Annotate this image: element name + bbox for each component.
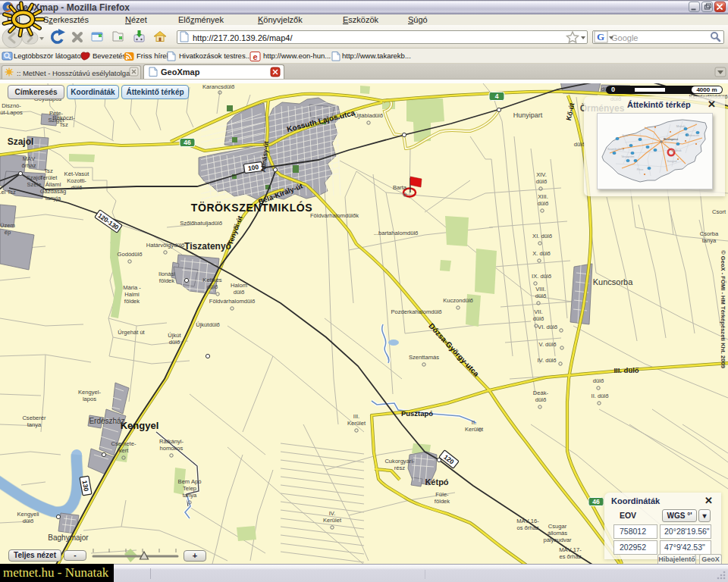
svg-text:Szeged: Szeged	[667, 160, 677, 163]
svg-text:Cukorgyári-: Cukorgyári-	[384, 458, 415, 465]
svg-text:Kerület: Kerület	[347, 420, 366, 427]
svg-text:Kengyel-: Kengyel-	[78, 389, 101, 396]
svg-text:100: 100	[247, 163, 259, 172]
svg-text:dülő: dülő	[207, 283, 218, 290]
svg-text:VI. dülő: VI. dülő	[538, 324, 557, 330]
svg-text:Újtábladülő: Újtábladülő	[354, 112, 383, 119]
svg-text:Pécs: Pécs	[637, 168, 644, 171]
svg-text:Szőlőhatuljadülő: Szőlőhatuljadülő	[180, 220, 222, 227]
svg-text:Csemete-: Csemete-	[111, 440, 136, 447]
svg-text:Kerület: Kerület	[323, 517, 342, 524]
svg-text:Baghymajor: Baghymajor	[48, 534, 89, 542]
svg-text:MÁV: MÁV	[23, 155, 36, 162]
svg-text:dülő: dülő	[535, 396, 546, 403]
svg-text:Halom: Halom	[231, 282, 247, 289]
svg-text:Hunyipart: Hunyipart	[513, 111, 543, 119]
svg-text:Terület: Terület	[40, 174, 58, 181]
svg-text:Tiszatenyő: Tiszatenyő	[184, 241, 231, 252]
svg-text:Kuncsorba: Kuncsorba	[593, 277, 633, 286]
svg-text:dülő: dülő	[169, 339, 180, 346]
svg-text:Kengyeli: Kengyeli	[17, 511, 39, 518]
svg-text:dülő: dülő	[71, 184, 82, 191]
svg-text:XI. dülő: XI. dülő	[532, 233, 552, 239]
svg-text:dülő: dülő	[538, 200, 548, 207]
svg-text:Ilonási: Ilonási	[158, 271, 175, 277]
svg-text:46: 46	[184, 139, 191, 146]
svg-text:Rákóczi-: Rákóczi-	[52, 114, 75, 121]
svg-text:Füle-: Füle-	[435, 491, 449, 498]
svg-text:Cseberér: Cseberér	[22, 415, 46, 421]
svg-text:Karancsdülő: Karancsdülő	[202, 83, 234, 90]
svg-text:Kengyel: Kengyel	[121, 420, 159, 431]
svg-text:X. dülő: X. dülő	[532, 250, 551, 257]
svg-text:© GeoX - FÖMI - HM Térképészet: © GeoX - FÖMI - HM Térképészeti Kht. 200…	[720, 250, 726, 368]
svg-text:Újkútdülő: Újkútdülő	[196, 321, 220, 328]
svg-text:os őrház: os őrház	[516, 524, 538, 531]
svg-text:ép: ép	[5, 229, 11, 236]
svg-text:Telep: Telep	[183, 485, 196, 492]
svg-text:Csort: Csort	[712, 208, 726, 215]
svg-text:VIII.: VIII.	[535, 286, 546, 293]
svg-text:Szajol: Szajol	[8, 136, 34, 147]
svg-text:...bartahalomdülő: ...bartahalomdülő	[374, 230, 419, 236]
svg-text:Csugar: Csugar	[548, 523, 567, 530]
svg-text:Kuczondülő: Kuczondülő	[443, 297, 473, 304]
svg-text:földek: földek	[124, 298, 140, 305]
svg-text:dülő: dülő	[535, 293, 546, 299]
svg-text:Deák-: Deák-	[533, 390, 549, 396]
svg-text:Godódülő: Godódülő	[118, 251, 143, 258]
svg-text:dülő: dülő	[23, 518, 33, 524]
svg-text:állomás: állomás	[548, 530, 567, 537]
svg-text:es őrház: es őrház	[559, 553, 581, 560]
svg-text:4: 4	[495, 92, 499, 100]
svg-text:e: e	[253, 52, 257, 61]
svg-text:III. dülő: III. dülő	[613, 366, 639, 374]
svg-text:Erdészház: Erdészház	[89, 417, 124, 425]
svg-text:Miskolc: Miskolc	[676, 125, 686, 128]
svg-text:Üzem: Üzem	[0, 222, 15, 229]
svg-text:földek: földek	[435, 498, 450, 505]
svg-text:földek: földek	[159, 277, 174, 284]
svg-text:Szolnok: Szolnok	[671, 149, 682, 152]
svg-text:pályaudvar: pályaudvar	[543, 537, 572, 543]
svg-text:VII.: VII.	[534, 308, 542, 315]
svg-text:Veszprém: Veszprém	[622, 155, 635, 158]
svg-text:Rátkányi-: Rátkányi-	[159, 438, 184, 445]
svg-text:dülő: dülő	[536, 178, 547, 185]
svg-text:dülő: dülő	[533, 315, 544, 322]
svg-text:Államl: Államl	[46, 181, 61, 188]
svg-text:Halmi: Halmi	[124, 291, 140, 298]
svg-text:Barta: Barta	[393, 184, 407, 191]
svg-text:Gazdaság: Gazdaság	[40, 188, 67, 195]
svg-text:MÁV 16-: MÁV 16-	[516, 518, 539, 524]
svg-text:tanya: tanya	[27, 421, 42, 428]
svg-text:Győr: Győr	[622, 134, 629, 137]
svg-text:tanya: tanya	[702, 237, 717, 244]
svg-text:tanyja: tanyja	[46, 195, 61, 202]
svg-text:G: G	[597, 31, 604, 42]
svg-text:Budapest: Budapest	[664, 137, 679, 141]
svg-text:IX. dülő: IX. dülő	[532, 273, 551, 280]
svg-text:...el Tsz: ...el Tsz	[0, 189, 16, 196]
svg-text:tanya: tanya	[183, 492, 197, 499]
svg-text:Kozotti-: Kozotti-	[67, 177, 86, 184]
svg-text:dülő: dülő	[593, 377, 604, 384]
svg-text:Debrecen: Debrecen	[687, 134, 699, 137]
svg-text:Kerület: Kerület	[465, 426, 484, 433]
svg-text:II.: II.	[472, 419, 476, 426]
svg-text:Újkút: Újkút	[168, 332, 181, 339]
svg-text:Pozderkahalomdülő: Pozderkahalomdülő	[391, 308, 441, 315]
svg-text:XIV.: XIV.	[536, 171, 547, 178]
svg-text:Bem Apó: Bem Apó	[178, 478, 202, 485]
svg-text:Földvárhalomdülők: Földvárhalomdülők	[310, 212, 359, 219]
svg-text:lapos: lapos	[83, 396, 96, 402]
svg-text:46: 46	[592, 498, 600, 505]
svg-text:Kettkés: Kettkés	[202, 277, 222, 283]
svg-text:Úrgehát út: Úrgehát út	[118, 329, 145, 336]
svg-text:Pusztapó: Pusztapó	[401, 409, 433, 418]
svg-text:Disznó-: Disznó-	[2, 102, 21, 109]
svg-text:Határvölgydülő: Határvölgydülő	[146, 242, 185, 249]
svg-text:MÁV 17-: MÁV 17-	[559, 546, 582, 553]
svg-text:dülő: dülő	[234, 289, 244, 296]
svg-text:Kétpó: Kétpó	[425, 477, 448, 487]
